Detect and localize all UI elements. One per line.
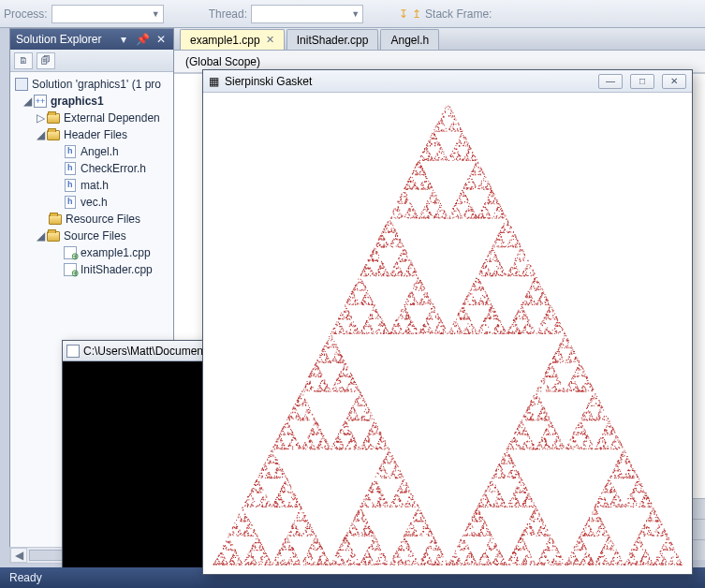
header-file-row[interactable]: Angel.h [10, 143, 173, 160]
minimize-button[interactable]: — [598, 74, 623, 89]
h-file-icon [65, 162, 76, 175]
close-icon[interactable]: ✕ [266, 34, 274, 46]
folder-icon [47, 130, 60, 140]
solution-label: Solution 'graphics1' (1 pro [32, 78, 161, 91]
resource-files-row[interactable]: Resource Files [10, 211, 173, 228]
source-file-row[interactable]: InitShader.cpp [10, 261, 173, 278]
tab-label: example1.cpp [190, 34, 260, 47]
project-icon: ++ [34, 95, 47, 108]
h-file-icon [65, 179, 76, 192]
header-file-row[interactable]: vec.h [10, 194, 173, 211]
collapse-icon[interactable]: ◢ [35, 229, 46, 243]
source-file-row[interactable]: example1.cpp [10, 244, 173, 261]
close-icon[interactable]: ✕ [154, 33, 168, 46]
app-icon: ▦ [209, 75, 219, 88]
console-window[interactable]: C:\Users\Matt\Documen [62, 340, 212, 572]
tab-example1[interactable]: example1.cpp ✕ [180, 29, 285, 50]
file-label: vec.h [81, 196, 108, 209]
h-file-icon [65, 196, 76, 209]
console-body[interactable] [63, 361, 211, 571]
cpp-file-icon [64, 263, 77, 276]
folder-icon [49, 214, 62, 225]
chevron-down-icon: ▼ [351, 9, 360, 19]
project-row[interactable]: ◢ ++ graphics1 [10, 93, 173, 110]
tab-label: Angel.h [390, 34, 429, 47]
collapse-icon[interactable]: ◢ [22, 95, 33, 108]
console-title: C:\Users\Matt\Documen [83, 345, 203, 358]
expand-icon[interactable]: ▷ [35, 111, 46, 125]
chevron-down-icon: ▼ [152, 9, 160, 19]
file-label: Angel.h [81, 145, 119, 158]
file-label: mat.h [81, 179, 109, 192]
status-text: Ready [9, 571, 42, 584]
folder-icon [47, 113, 60, 124]
console-app-icon [66, 345, 80, 358]
solution-icon [15, 78, 28, 91]
header-files-label: Header Files [64, 128, 127, 141]
document-tabs: example1.cpp ✕ InitShader.cpp Angel.h [174, 28, 705, 51]
process-dropdown[interactable]: ▼ [51, 5, 164, 23]
tab-angel[interactable]: Angel.h [380, 29, 439, 50]
thread-label: Thread: [209, 7, 247, 21]
file-label: CheckError.h [81, 162, 146, 175]
sierpinski-window[interactable]: ▦ Sierpinski Gasket — □ ✕ [202, 69, 693, 575]
file-label: example1.cpp [81, 246, 151, 259]
header-file-row[interactable]: mat.h [10, 177, 173, 194]
folder-icon [47, 231, 60, 242]
debug-toolbar: Process: ▼ Thread: ▼ ↧ ↥ Stack Frame: [0, 0, 705, 28]
file-label: InitShader.cpp [81, 263, 153, 276]
stack-nav-icon-2[interactable]: ↥ [412, 7, 421, 21]
cpp-file-icon [64, 246, 77, 259]
source-files-label: Source Files [64, 229, 126, 243]
toolbar-btn-2[interactable]: 🗐 [37, 52, 55, 69]
pin-icon[interactable]: 📌 [136, 33, 149, 46]
scope-label: (Global Scope) [185, 55, 260, 68]
resource-files-label: Resource Files [66, 213, 140, 226]
tab-label: InitShader.cpp [297, 34, 369, 47]
project-label: graphics1 [51, 95, 104, 108]
stack-nav-icon[interactable]: ↧ [399, 7, 408, 21]
stackframe-label: Stack Frame: [425, 7, 492, 21]
tab-initshader[interactable]: InitShader.cpp [286, 29, 379, 50]
maximize-button[interactable]: □ [630, 74, 654, 89]
sierpinski-canvas [203, 93, 692, 574]
window-title: Sierpinski Gasket [225, 75, 591, 88]
collapse-icon[interactable]: ◢ [35, 128, 46, 141]
close-button[interactable]: ✕ [662, 74, 686, 89]
header-file-row[interactable]: CheckError.h [10, 160, 173, 177]
process-label: Process: [4, 7, 48, 21]
sierpinski-canvas-wrap [203, 93, 692, 574]
console-titlebar[interactable]: C:\Users\Matt\Documen [63, 341, 211, 361]
solution-row[interactable]: Solution 'graphics1' (1 pro [10, 76, 173, 93]
toolbar-btn-1[interactable]: 🗎 [14, 52, 33, 69]
external-deps-row[interactable]: ▷ External Dependen [10, 110, 173, 126]
header-files-row[interactable]: ◢ Header Files [10, 126, 173, 143]
h-file-icon [65, 145, 76, 158]
source-files-row[interactable]: ◢ Source Files [10, 228, 173, 244]
panel-title: Solution Explorer [16, 33, 101, 46]
solution-explorer-toolbar: 🗎 🗐 [10, 50, 173, 72]
dropdown-icon[interactable]: ▾ [117, 33, 130, 46]
thread-dropdown[interactable]: ▼ [251, 5, 363, 23]
external-deps-label: External Dependen [64, 111, 160, 125]
sierpinski-titlebar[interactable]: ▦ Sierpinski Gasket — □ ✕ [203, 70, 692, 93]
scroll-left-icon[interactable]: ◀ [10, 548, 27, 563]
solution-explorer-titlebar[interactable]: Solution Explorer ▾ 📌 ✕ [10, 29, 173, 50]
